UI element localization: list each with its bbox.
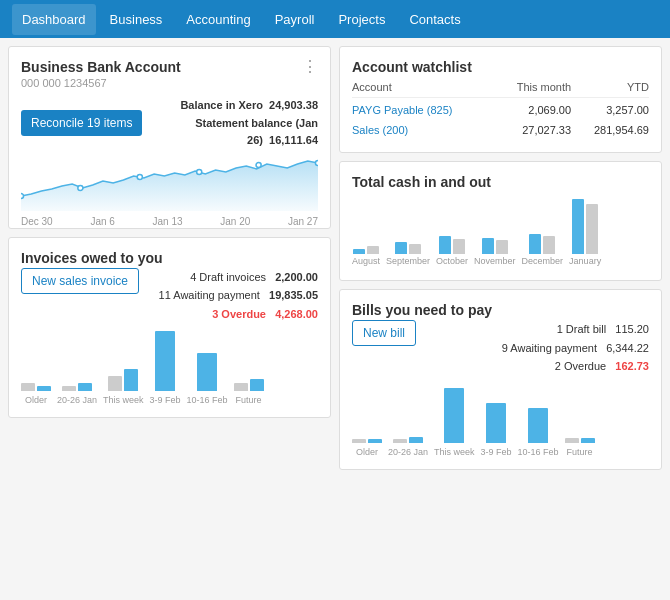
cash-group-oct: October [436,236,468,266]
overdue-invoices: 3 Overdue 4,268.00 [159,305,318,324]
statement-label: Statement balance (Jan 26) 16,111.64 [142,115,318,150]
sparkline-chart: Dec 30 Jan 6 Jan 13 Jan 20 Jan 27 [21,156,318,216]
col-this-month: This month [494,81,571,98]
draft-bills: 1 Draft bill 115.20 [502,320,649,339]
svg-point-5 [315,160,318,165]
left-column: ⋮ Business Bank Account 000 000 1234567 … [8,46,331,592]
bar-group-1: 20-26 Jan [57,383,97,405]
bar-group-5: Future [234,379,264,405]
nav-accounting[interactable]: Accounting [176,4,260,35]
this-month-0: 2,069.00 [494,98,571,121]
bar-group-2: This week [103,369,144,405]
awaiting-bills: 9 Awaiting payment 6,344.22 [502,339,649,358]
balance-label: Balance in Xero 24,903.38 [142,97,318,115]
nav-payroll[interactable]: Payroll [265,4,325,35]
cash-group-nov: November [474,238,516,266]
cash-title: Total cash in and out [352,174,649,190]
bills-bar-1: 20-26 Jan [388,437,428,457]
bills-top: New bill 1 Draft bill 115.20 9 Awaiting … [352,320,649,376]
svg-point-1 [78,185,83,190]
overdue-bills: 2 Overdue 162.73 [502,357,649,376]
cash-group-dec: December [522,234,564,266]
svg-point-2 [137,174,142,179]
cash-group-sep: September [386,242,430,266]
col-account: Account [352,81,494,98]
invoices-card: Invoices owed to you New sales invoice 4… [8,237,331,418]
reconcile-button[interactable]: Reconcile 19 items [21,110,142,136]
new-invoice-button[interactable]: New sales invoice [21,268,139,294]
bills-card: Bills you need to pay New bill 1 Draft b… [339,289,662,470]
cash-group-jan: January [569,199,601,266]
bills-bar-2: This week [434,388,475,457]
ytd-1: 281,954.69 [571,120,649,140]
new-bill-button[interactable]: New bill [352,320,416,346]
bank-account-card: ⋮ Business Bank Account 000 000 1234567 … [8,46,331,229]
account-link-1[interactable]: Sales (200) [352,124,408,136]
nav-dashboard[interactable]: Dashboard [12,4,96,35]
right-column: Account watchlist Account This month YTD… [339,46,662,592]
cash-card: Total cash in and out August September [339,161,662,281]
invoice-bar-chart: Older 20-26 Jan This week 3-9 Feb 10-16 … [21,330,318,405]
bills-bar-4: 10-16 Feb [518,408,559,457]
watchlist-table: Account This month YTD PAYG Payable (825… [352,81,649,140]
nav-business[interactable]: Business [100,4,173,35]
watchlist-row-1: Sales (200) 27,027.33 281,954.69 [352,120,649,140]
bills-bar-chart: Older 20-26 Jan This week 3-9 Feb 10-16 … [352,382,649,457]
bar-group-4: 10-16 Feb [187,353,228,405]
this-month-1: 27,027.33 [494,120,571,140]
sparkline-labels: Dec 30 Jan 6 Jan 13 Jan 20 Jan 27 [21,216,318,227]
cash-group-aug: August [352,246,380,266]
bills-stats: 1 Draft bill 115.20 9 Awaiting payment 6… [502,320,649,376]
bank-menu-icon[interactable]: ⋮ [302,59,318,75]
bar-group-0: Older [21,383,51,405]
nav-contacts[interactable]: Contacts [399,4,470,35]
cash-bar-chart: August September October [352,198,649,268]
nav-projects[interactable]: Projects [328,4,395,35]
ytd-0: 3,257.00 [571,98,649,121]
bills-bar-5: Future [565,438,595,457]
bills-bar-0: Older [352,439,382,457]
awaiting-payment: 11 Awaiting payment 19,835.05 [159,286,318,305]
watchlist-row-0: PAYG Payable (825) 2,069.00 3,257.00 [352,98,649,121]
draft-invoices: 4 Draft invoices 2,200.00 [159,268,318,287]
bills-bar-3: 3-9 Feb [481,403,512,457]
svg-point-3 [197,169,202,174]
svg-point-0 [21,193,24,198]
invoice-stats: 4 Draft invoices 2,200.00 11 Awaiting pa… [159,268,318,324]
watchlist-card: Account watchlist Account This month YTD… [339,46,662,153]
col-ytd: YTD [571,81,649,98]
bank-account-number: 000 000 1234567 [21,77,318,89]
bar-group-3: 3-9 Feb [150,331,181,405]
dashboard-grid: ⋮ Business Bank Account 000 000 1234567 … [0,38,670,600]
bank-summary: Reconcile 19 items Balance in Xero 24,90… [21,97,318,150]
invoice-top: New sales invoice 4 Draft invoices 2,200… [21,268,318,324]
svg-point-4 [256,162,261,167]
watchlist-title: Account watchlist [352,59,649,75]
bills-title: Bills you need to pay [352,302,649,318]
account-link-0[interactable]: PAYG Payable (825) [352,104,452,116]
balance-info: Balance in Xero 24,903.38 Statement bala… [142,97,318,150]
bank-card-title: Business Bank Account [21,59,318,75]
main-nav: Dashboard Business Accounting Payroll Pr… [0,0,670,38]
invoices-title: Invoices owed to you [21,250,318,266]
